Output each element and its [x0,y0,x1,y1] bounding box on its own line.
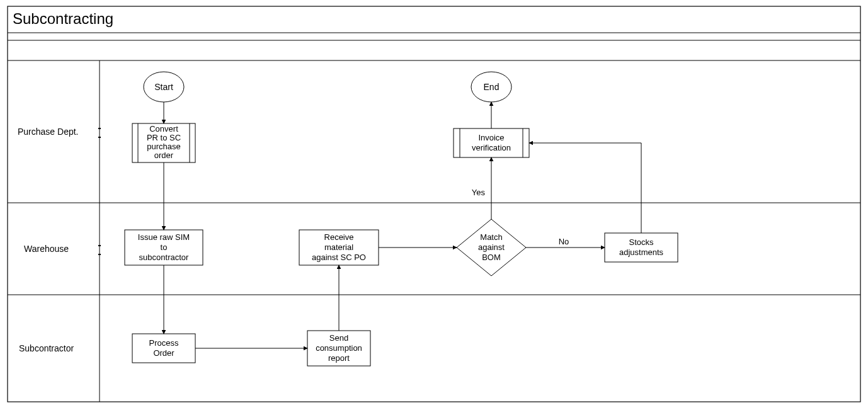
node-invoice-verification: Invoice verification [454,128,529,157]
svg-text:Receive: Receive [324,232,354,242]
svg-text:End: End [484,82,500,92]
svg-text:material: material [324,242,353,252]
swimlane-diagram: Subcontracting Purchase Dept. Warehouse … [0,0,868,410]
svg-text:adjustments: adjustments [619,248,664,257]
svg-text:report: report [328,353,350,363]
node-send-consumption-report: Send consumption report [307,331,370,366]
svg-text:Match: Match [480,232,502,242]
svg-text:verification: verification [472,143,511,152]
svg-text:BOM: BOM [482,253,501,262]
svg-text:order: order [154,151,174,160]
node-match-bom: Match against BOM [457,219,526,276]
end-terminator: End [471,72,511,102]
lane-label-purchase: Purchase Dept. [18,127,79,137]
node-convert-pr: Convert PR to SC purchase order [132,123,195,162]
svg-text:Send: Send [329,333,348,343]
svg-text:against: against [478,242,505,252]
svg-text:Order: Order [153,348,174,358]
svg-text:Stocks: Stocks [629,237,654,247]
node-receive-material: Receive material against SC PO [299,230,379,265]
svg-text:purchase: purchase [147,142,180,151]
svg-text:Process: Process [149,338,179,348]
edge-label-no: No [559,237,569,246]
svg-text:Start: Start [154,82,173,92]
edge-label-yes: Yes [472,188,486,197]
svg-text:consumption: consumption [316,343,362,353]
node-process-order: Process Order [132,334,195,363]
edge-stocks-to-invoice [529,143,641,233]
lane-label-warehouse: Warehouse [24,244,69,254]
lane-label-subcontractor: Subcontractor [19,343,74,353]
diagram-title: Subcontracting [13,10,113,27]
svg-text:Issue raw SIM: Issue raw SIM [138,232,190,242]
svg-text:against SC PO: against SC PO [312,253,366,262]
start-terminator: Start [144,72,184,102]
svg-text:subcontractor: subcontractor [139,253,189,262]
svg-text:Invoice: Invoice [478,133,504,142]
svg-text:Convert: Convert [149,124,178,134]
svg-text:to: to [161,242,168,252]
svg-text:PR to SC: PR to SC [147,133,181,142]
node-stocks-adjustments: Stocks adjustments [605,233,678,262]
node-issue-raw-sim: Issue raw SIM to subcontractor [125,230,203,265]
